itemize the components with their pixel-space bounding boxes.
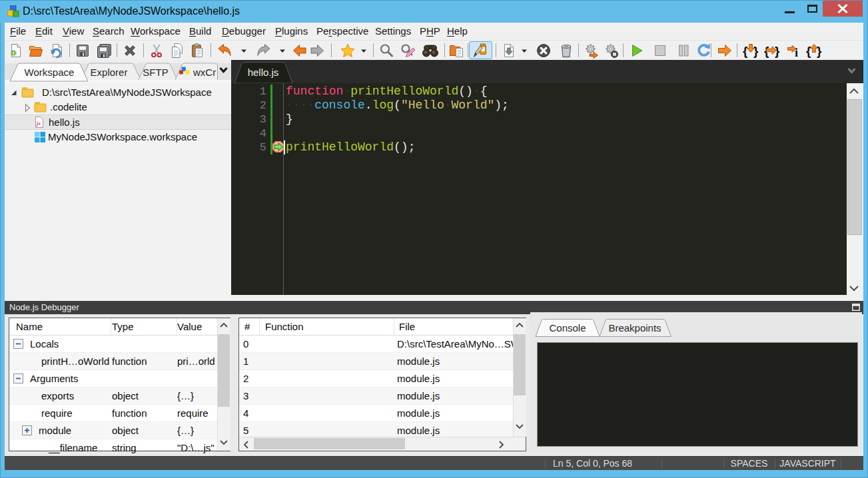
svg-text:}: } [753,44,759,58]
svg-text:{: { [743,44,747,58]
svg-text:Console: Console [549,322,586,334]
svg-text:i: i [795,46,798,59]
svg-text:SFTP: SFTP [143,67,168,78]
svg-text:Explorer: Explorer [91,67,128,78]
svg-text:}: } [817,44,822,58]
svg-text:{: { [806,44,811,58]
svg-text:wxCr: wxCr [193,67,216,78]
svg-text:hello.js: hello.js [248,67,279,78]
svg-text:Breakpoints: Breakpoints [608,322,661,334]
svg-text:js: js [35,120,41,126]
svg-text:Workspace: Workspace [25,67,75,78]
